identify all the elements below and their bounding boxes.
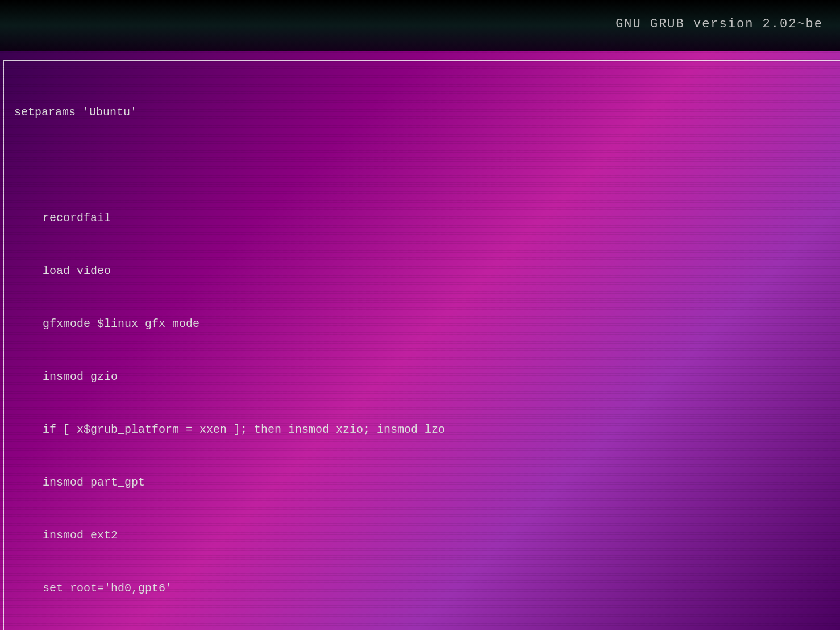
terminal-area: setparams 'Ubuntu' recordfail load_video… [0, 51, 840, 630]
terminal-content: setparams 'Ubuntu' recordfail load_video… [6, 63, 840, 630]
line-insmod-ext2: insmod ext2 [14, 527, 831, 544]
line-recordfail: recordfail [14, 209, 831, 227]
grub-header: GNU GRUB version 2.02~be [616, 17, 823, 31]
top-bezel: GNU GRUB version 2.02~be [0, 0, 840, 51]
line-gfxmode: gfxmode $linux_gfx_mode [14, 315, 831, 333]
line-insmod-gpt: insmod part_gpt [14, 474, 831, 491]
line-setparams: setparams 'Ubuntu' [14, 103, 831, 121]
line-if-xen: if [ x$grub_platform = xxen ]; then insm… [14, 421, 831, 438]
line-set-root: set root='hd0,gpt6' [14, 579, 831, 597]
line-blank [14, 156, 831, 174]
line-load-video: load_video [14, 262, 831, 280]
line-insmod-gzio: insmod gzio [14, 368, 831, 386]
screen-container: GNU GRUB version 2.02~be setparams 'Ubun… [0, 0, 840, 630]
